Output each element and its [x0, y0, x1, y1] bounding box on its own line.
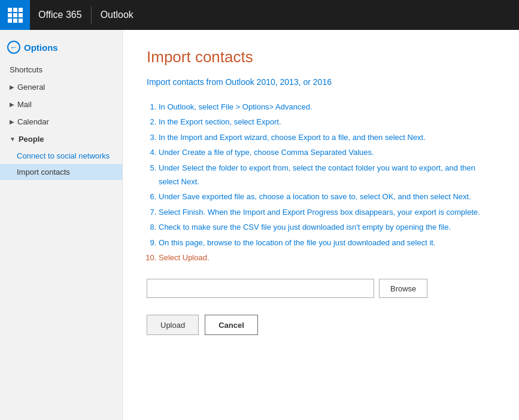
- instruction-item-4: Under Create a file of type, choose Comm…: [159, 145, 495, 159]
- waffle-grid-icon: [8, 8, 23, 23]
- sidebar-sub-item-import-contacts[interactable]: Import contacts: [0, 164, 122, 180]
- people-arrow-icon: ▼: [10, 136, 16, 142]
- content-area: Import contacts Import contacts from Out…: [123, 30, 519, 420]
- page-title: Import contacts: [147, 48, 495, 66]
- browse-button[interactable]: Browse: [379, 279, 427, 298]
- product-name: Outlook: [101, 10, 133, 20]
- calendar-arrow-icon: ▶: [10, 118, 14, 125]
- topbar: Office 365 Outlook: [0, 0, 519, 30]
- mail-arrow-icon: ▶: [10, 101, 14, 108]
- calendar-label: Calendar: [17, 117, 49, 126]
- sidebar-item-shortcuts[interactable]: Shortcuts: [0, 61, 122, 78]
- options-back-button[interactable]: ← Options: [0, 36, 122, 61]
- instruction-item-6: Under Save exported file as, choose a lo…: [159, 190, 495, 203]
- sidebar-item-people[interactable]: ▼ People: [0, 130, 122, 148]
- sidebar-item-calendar[interactable]: ▶ Calendar: [0, 113, 122, 130]
- connect-social-label: Connect to social networks: [17, 151, 110, 160]
- instruction-item-1: In Outlook, select File > Options> Advan…: [159, 100, 495, 114]
- file-path-input[interactable]: [147, 279, 374, 298]
- topbar-divider: [91, 6, 92, 24]
- subtitle: Import contacts from Outlook 2010, 2013,…: [147, 77, 495, 87]
- options-label: Options: [24, 42, 58, 53]
- sidebar-sub-item-connect-social[interactable]: Connect to social networks: [0, 148, 122, 164]
- instruction-item-10: Select Upload.: [159, 251, 495, 264]
- sidebar-item-mail[interactable]: ▶ Mail: [0, 96, 122, 113]
- shortcuts-label: Shortcuts: [10, 65, 43, 74]
- main-layout: ← Options Shortcuts ▶ General ▶ Mail ▶ C…: [0, 30, 519, 420]
- cancel-button[interactable]: Cancel: [205, 315, 258, 335]
- mail-label: Mail: [17, 100, 32, 109]
- back-icon: ←: [7, 41, 20, 54]
- instruction-item-3: In the Import and Export wizard, choose …: [159, 130, 495, 144]
- import-contacts-label: Import contacts: [17, 168, 70, 176]
- instruction-item-2: In the Export section, select Export.: [159, 115, 495, 129]
- sidebar: ← Options Shortcuts ▶ General ▶ Mail ▶ C…: [0, 30, 123, 420]
- instruction-item-8: Check to make sure the CSV file you just…: [159, 220, 495, 234]
- sidebar-item-general[interactable]: ▶ General: [0, 78, 122, 96]
- file-input-row: Browse: [147, 279, 495, 298]
- waffle-button[interactable]: [0, 0, 30, 30]
- instruction-item-7: Select Finish. When the Import and Expor…: [159, 205, 495, 219]
- action-row: Upload Cancel: [147, 315, 495, 335]
- upload-button[interactable]: Upload: [147, 315, 199, 335]
- general-arrow-icon: ▶: [10, 84, 14, 90]
- people-label: People: [19, 135, 44, 144]
- general-label: General: [17, 83, 45, 92]
- instruction-item-9: On this page, browse to the location of …: [159, 236, 495, 249]
- instructions-list: In Outlook, select File > Options> Advan…: [147, 100, 495, 264]
- instruction-item-5: Under Select the folder to export from, …: [159, 161, 495, 189]
- app-name: Office 365: [30, 10, 82, 20]
